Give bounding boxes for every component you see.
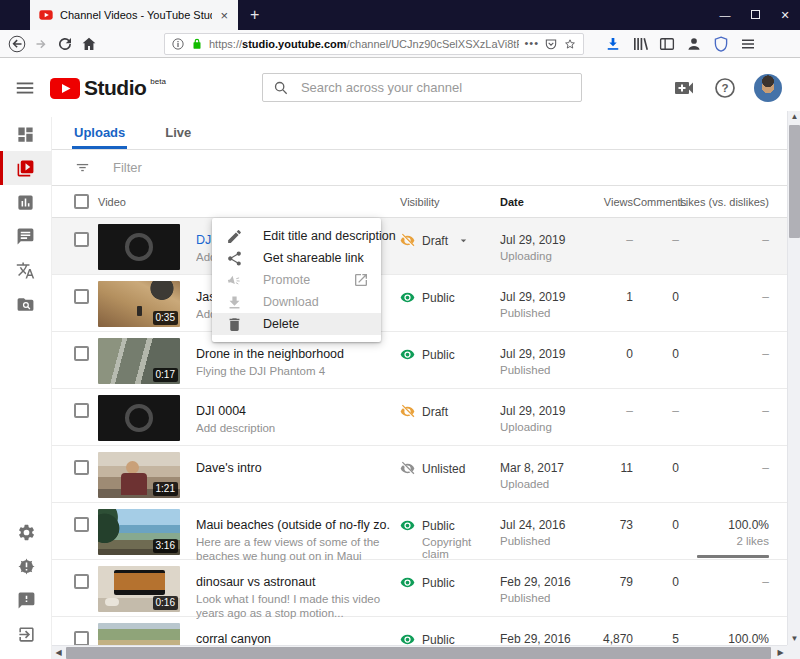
column-views[interactable]: Views	[595, 196, 633, 208]
visibility-selector[interactable]: Public	[400, 518, 500, 533]
menu-item-edit-title-and-description[interactable]: Edit title and description	[212, 225, 381, 247]
lock-icon[interactable]	[190, 37, 204, 51]
video-thumbnail[interactable]	[98, 623, 180, 645]
protection-shield-icon[interactable]	[712, 35, 730, 53]
sidebar-item-dashboard[interactable]	[0, 117, 51, 151]
row-checkbox[interactable]	[74, 460, 89, 475]
table-row[interactable]: DJIAddDraftJul 29, 2019Uploading–––	[52, 218, 787, 275]
vertical-scroll-thumb[interactable]	[789, 125, 800, 238]
bookmark-star-icon[interactable]	[563, 37, 577, 51]
youtube-favicon-icon	[38, 7, 54, 23]
scroll-down-arrow[interactable]: ▼	[788, 633, 800, 645]
horizontal-scroll-thumb[interactable]	[66, 647, 771, 659]
forward-icon[interactable]	[32, 35, 50, 53]
reload-icon[interactable]	[56, 35, 74, 53]
visibility-selector[interactable]: Unlisted	[400, 461, 500, 476]
library-icon[interactable]	[631, 35, 649, 53]
visibility-label: Public	[422, 348, 455, 362]
maximize-button[interactable]	[740, 0, 770, 30]
menu-item-get-shareable-link[interactable]: Get shareable link	[212, 247, 381, 269]
video-thumbnail[interactable]	[98, 395, 180, 441]
table-row[interactable]: DJI 0004Add descriptionDraftJul 29, 2019…	[52, 389, 787, 446]
table-row[interactable]: 3:16Maui beaches (outside of no-fly zo..…	[52, 503, 787, 560]
row-checkbox[interactable]	[74, 574, 89, 589]
sidebar-item-creator-studio-alert[interactable]	[0, 549, 52, 583]
tab-uploads[interactable]: Uploads	[72, 125, 127, 149]
sidebar-item-creator-studio-classic[interactable]	[0, 617, 52, 651]
sidebar-item-send-feedback[interactable]	[0, 583, 52, 617]
table-row[interactable]: corral canyonRecent visit to Corral Cany…	[52, 617, 787, 645]
studio-logo[interactable]: Studio beta	[50, 76, 166, 99]
tab-close-icon[interactable]: ×	[218, 8, 230, 23]
video-title[interactable]: Maui beaches (outside of no-fly zo...	[196, 518, 390, 533]
back-icon[interactable]	[8, 35, 26, 53]
comments-count: 0	[633, 560, 679, 620]
close-button[interactable]: ✕	[770, 0, 800, 30]
row-checkbox[interactable]	[74, 517, 89, 532]
select-all-checkbox[interactable]	[74, 194, 89, 209]
video-thumbnail[interactable]: 1:21	[98, 452, 180, 498]
video-thumbnail[interactable]: 3:16	[98, 509, 180, 555]
create-video-icon[interactable]	[672, 76, 696, 100]
home-icon[interactable]	[80, 35, 98, 53]
filter-input[interactable]	[113, 160, 413, 175]
video-thumbnail[interactable]: 0:35	[98, 281, 180, 327]
new-tab-button[interactable]: +	[238, 0, 271, 30]
studio-menu-icon[interactable]	[14, 77, 36, 99]
row-checkbox[interactable]	[74, 403, 89, 418]
scroll-left-arrow[interactable]: ◀	[52, 646, 65, 659]
sidebar-item-settings[interactable]	[0, 515, 52, 549]
visibility-selector[interactable]: Public	[400, 575, 500, 590]
video-title[interactable]: corral canyon	[196, 632, 390, 645]
table-row[interactable]: 0:35JasAddPublicJul 29, 2019Published10–	[52, 275, 787, 332]
video-thumbnail[interactable]: 0:17	[98, 338, 180, 384]
sidebar-toggle-icon[interactable]	[658, 35, 676, 53]
video-title[interactable]: Dave's intro	[196, 461, 390, 476]
sidebar-item-analytics[interactable]	[0, 185, 51, 219]
minimize-button[interactable]: —	[710, 0, 740, 30]
video-title[interactable]: dinosaur vs astronaut	[196, 575, 390, 590]
menu-item-delete[interactable]: Delete	[212, 313, 381, 335]
horizontal-scrollbar[interactable]: ◀ ▶	[52, 645, 787, 659]
video-title[interactable]: DJI 0004	[196, 404, 390, 419]
video-thumbnail[interactable]: 0:16	[98, 566, 180, 612]
row-checkbox[interactable]	[74, 631, 89, 645]
help-icon[interactable]: ?	[713, 76, 737, 100]
browser-tab[interactable]: Channel Videos - YouTube Stud ×	[30, 0, 238, 30]
search-input[interactable]	[301, 80, 571, 95]
row-checkbox[interactable]	[74, 232, 89, 247]
column-date[interactable]: Date	[500, 196, 595, 208]
tab-live[interactable]: Live	[163, 125, 193, 149]
info-icon[interactable]	[171, 37, 185, 51]
table-row[interactable]: 1:21Dave's introUnlistedMar 8, 2017Uploa…	[52, 446, 787, 503]
video-thumbnail[interactable]	[98, 224, 180, 270]
sidebar-item-translations[interactable]	[0, 253, 51, 287]
row-checkbox[interactable]	[74, 346, 89, 361]
visibility-selector[interactable]: Draft	[400, 404, 500, 419]
account-icon[interactable]	[685, 35, 703, 53]
downloads-icon[interactable]	[604, 35, 622, 53]
vertical-scrollbar[interactable]: ▲ ▼	[787, 111, 800, 645]
browser-menu-icon[interactable]	[739, 35, 757, 53]
video-title[interactable]: Drone in the neighborhood	[196, 347, 390, 362]
sidebar-item-copyright[interactable]	[0, 287, 51, 321]
visibility-selector[interactable]: Draft	[400, 233, 500, 248]
visibility-label: Public	[422, 519, 455, 533]
sidebar-item-videos[interactable]	[0, 151, 51, 185]
pocket-icon[interactable]	[544, 37, 558, 51]
sidebar-item-comments[interactable]	[0, 219, 51, 253]
visibility-selector[interactable]: Public	[400, 632, 500, 645]
url-bar[interactable]: https://studio.youtube.com/channel/UCJnz…	[164, 33, 584, 55]
visibility-selector[interactable]: Public	[400, 347, 500, 362]
scroll-right-arrow[interactable]: ▶	[774, 646, 787, 659]
page-actions-icon[interactable]: •••	[524, 37, 539, 51]
account-avatar[interactable]	[754, 74, 782, 102]
channel-search[interactable]	[262, 73, 582, 102]
menu-item-label: Get shareable link	[263, 251, 364, 265]
row-checkbox[interactable]	[74, 289, 89, 304]
scroll-up-arrow[interactable]: ▲	[788, 111, 800, 123]
chevron-down-icon	[457, 234, 470, 247]
visibility-selector[interactable]: Public	[400, 290, 500, 305]
table-row[interactable]: 0:17Drone in the neighborhoodFlying the …	[52, 332, 787, 389]
table-row[interactable]: 0:16dinosaur vs astronautLook what I fou…	[52, 560, 787, 617]
